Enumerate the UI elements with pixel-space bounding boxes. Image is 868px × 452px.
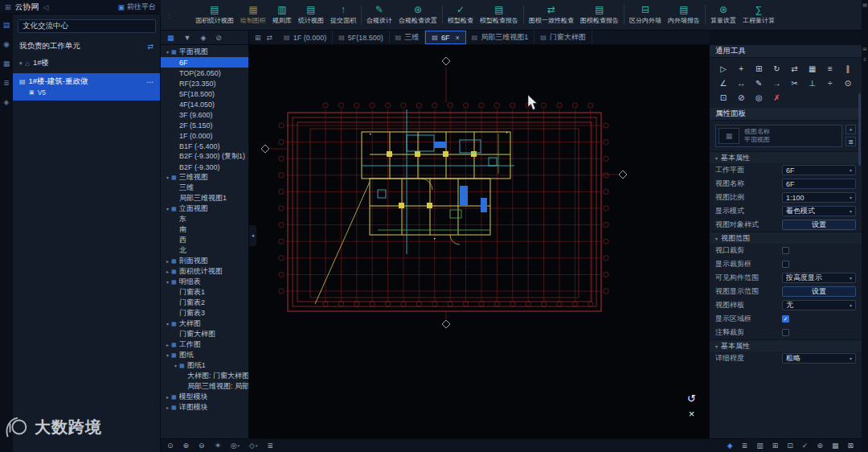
common-tools-header[interactable]: 通用工具	[710, 45, 862, 58]
app-menu-icon[interactable]: ⊞	[5, 3, 11, 11]
tree-folder[interactable]: ▾▦图纸	[161, 350, 248, 360]
tree-item[interactable]: 门窗表3	[161, 308, 248, 318]
viewport-crop-checkbox[interactable]	[782, 247, 789, 254]
snap-icon[interactable]: ◇▾	[249, 442, 257, 450]
tree-folder[interactable]: ▾▦明细表	[161, 277, 248, 287]
drawing-canvas[interactable]: ◂ ↺×	[249, 45, 709, 438]
list-icon[interactable]: ≣	[742, 442, 748, 450]
tree-item[interactable]: 5F(18.500)	[161, 88, 248, 99]
property-list-button[interactable]: ≣	[845, 137, 856, 146]
zoom-out-icon[interactable]: ⊖	[199, 442, 205, 450]
tool-split-icon[interactable]: ÷	[822, 77, 838, 88]
tree-item[interactable]: 西	[161, 235, 248, 245]
property-section-header[interactable]: ▾基本属性	[710, 151, 862, 163]
ribbon-button[interactable]: ⊛合规检查设置	[395, 2, 440, 28]
no-display-icon[interactable]: ⊘	[215, 34, 222, 42]
ribbon-button[interactable]: ⇄图模一致性检查	[526, 2, 577, 28]
collapse-panel-icon[interactable]: ◁	[43, 3, 49, 11]
tool-leader-icon[interactable]: →	[768, 77, 784, 88]
properties-header[interactable]: 属性面板	[710, 108, 862, 121]
tool-mirror-icon[interactable]: ⇄	[787, 63, 803, 74]
tree-folder[interactable]: ▾▦三维视图	[161, 172, 248, 183]
zoom-in-icon[interactable]: ⊕	[183, 442, 190, 450]
layers-icon[interactable]: ≣	[268, 442, 274, 450]
tool-move-icon[interactable]: +	[733, 63, 749, 74]
view-tab[interactable]: ▤5F(18.500)	[333, 31, 390, 44]
settings-icon[interactable]: ⊛	[817, 442, 823, 450]
tool-match-icon[interactable]: ⊙	[840, 77, 856, 88]
view-tab[interactable]: ▤6F×	[425, 31, 465, 44]
building-node[interactable]: ▾ ⌂ 1#楼	[13, 55, 160, 72]
tree-folder[interactable]: ▾▦图纸1	[161, 360, 248, 371]
tree-item[interactable]: 门窗表2	[161, 298, 248, 308]
tree-item[interactable]: 门窗表1	[161, 287, 248, 298]
tree-item[interactable]: 2F (5.150)	[161, 120, 248, 130]
tool-dimension-icon[interactable]: ↔	[733, 77, 749, 88]
collapse-tree-handle[interactable]: ◂	[249, 225, 256, 246]
add-panel-icon[interactable]: ⊞	[862, 47, 866, 52]
pan-icon[interactable]: ⊙	[167, 442, 174, 450]
close-tab-icon[interactable]: ×	[455, 34, 459, 42]
user-icon[interactable]: ◉	[3, 40, 10, 48]
tool-group-icon[interactable]: ⊡	[715, 92, 731, 103]
ribbon-button[interactable]: ▤图模检查报告	[577, 2, 622, 28]
tool-array-icon[interactable]: ▦	[805, 63, 821, 74]
tool-delete-icon[interactable]: ✗	[768, 92, 784, 103]
view-tab[interactable]: ▤1F (0.000)	[278, 31, 333, 44]
ribbon-button[interactable]: ⊛算量设置	[707, 2, 739, 28]
tree-item[interactable]: 1F (0.000)	[161, 130, 248, 141]
tool-extend-icon[interactable]: ⊥	[805, 77, 821, 88]
work-plane-dropdown[interactable]: 6F▾	[782, 165, 856, 175]
sync-icon[interactable]: ⇄	[267, 34, 273, 42]
ribbon-button[interactable]: ⊟区分内外墙	[626, 2, 665, 28]
annotation-crop-checkbox[interactable]	[782, 329, 789, 336]
undo-icon[interactable]: ↺	[687, 393, 696, 404]
grid-icon[interactable]: ⊞	[772, 442, 779, 450]
tree-item[interactable]: 门窗大样图	[161, 329, 248, 339]
view-tab[interactable]: ▤门窗大样图	[534, 31, 592, 44]
diamond-icon[interactable]: ◈	[200, 34, 206, 42]
panel-icon[interactable]: ▤	[862, 2, 867, 8]
tool-trim-icon[interactable]: ✂	[787, 77, 803, 88]
tree-folder[interactable]: ▸▦工作图	[161, 339, 248, 350]
tree-folder[interactable]: ▸▦模型模块	[161, 392, 248, 402]
ribbon-button[interactable]: ✓模型检查	[444, 2, 477, 28]
tree-folder[interactable]: ▾▦大样图	[161, 318, 248, 329]
link-icon[interactable]: ⊡	[787, 442, 793, 450]
search-input[interactable]	[18, 19, 156, 33]
detail-level-dropdown[interactable]: 粗略▾	[782, 353, 856, 364]
tree-item[interactable]: 大样图: 门窗大样图	[161, 371, 248, 381]
tool-copy-icon[interactable]: ⊞	[751, 63, 767, 74]
viewport-icon[interactable]: ⊞	[255, 34, 261, 42]
orbit-icon[interactable]: ◎▾	[231, 442, 240, 450]
tool-text-icon[interactable]: ✎	[751, 77, 767, 88]
tree-folder[interactable]: ▾▦平面视图	[161, 47, 248, 57]
property-section-header[interactable]: ▾基本属性	[710, 339, 862, 351]
ribbon-button[interactable]: ▥规则库	[269, 2, 295, 28]
display-mode-dropdown[interactable]: 着色模式▾	[782, 206, 856, 216]
tree-folder[interactable]: ▾▦立面视图	[161, 203, 248, 214]
tree-item[interactable]: 三维	[161, 183, 248, 193]
ribbon-button[interactable]: ▦绘制图框	[237, 2, 269, 28]
tree-folder[interactable]: ▸▦剖面视图	[161, 256, 248, 266]
close-icon[interactable]: ×	[687, 409, 696, 419]
monitor-icon[interactable]: ▦	[832, 442, 839, 450]
list-view-icon[interactable]: ▦	[167, 34, 174, 42]
ribbon-button[interactable]: ✎合规设计	[363, 2, 395, 28]
ribbon-button[interactable]: ▤面积统计视图	[192, 2, 237, 28]
apps-icon[interactable]: ▦	[3, 60, 10, 68]
tool-measure-icon[interactable]: ∠	[715, 77, 731, 88]
ribbon-button[interactable]: ▤统计视图	[295, 2, 327, 28]
view-name-input[interactable]: 6F	[782, 179, 856, 189]
tree-item[interactable]: 东	[161, 214, 248, 224]
help-icon[interactable]: ◈	[4, 98, 10, 106]
ribbon-button[interactable]: ∑工程量计算	[739, 2, 778, 28]
tree-item[interactable]: 南	[161, 224, 248, 235]
view-tab[interactable]: ▤局部三维视图1	[466, 31, 535, 44]
view-display-range-button[interactable]: 设置	[782, 286, 856, 297]
work-unit-card[interactable]: ▤ 1#楼-建筑-重政做 ⋯ ▣ V5	[13, 73, 160, 101]
tree-item[interactable]: B2F (-9.300) (复制1)	[161, 151, 248, 162]
files-icon[interactable]: ▤	[3, 21, 10, 29]
property-section-header[interactable]: ▾视图范围	[710, 232, 862, 244]
tree-item[interactable]: B2F (-9.300)	[161, 162, 248, 172]
